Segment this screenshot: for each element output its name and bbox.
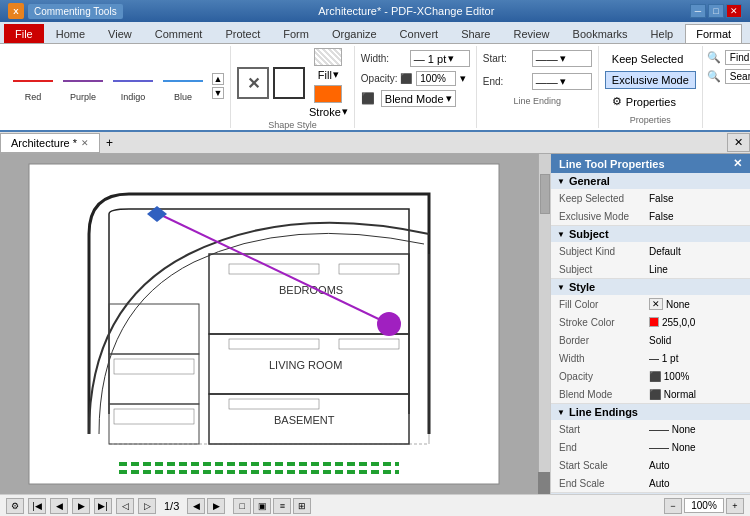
doc-area: BEDROOMS LIVING ROOM BASEMENT — [0, 154, 550, 494]
view-fit-button[interactable]: ⊞ — [293, 498, 311, 514]
properties-group: Keep Selected Exclusive Mode ⚙ Propertie… — [599, 46, 703, 128]
tab-protect[interactable]: Protect — [214, 24, 271, 43]
props-section-subject-header[interactable]: ▼ Subject — [551, 226, 750, 242]
blend-mode-dropdown[interactable]: Blend Mode ▾ — [381, 90, 456, 107]
start-props-row: Start —— None — [551, 420, 750, 438]
doc-tab-architecture[interactable]: Architecture * ✕ — [0, 133, 100, 153]
width-dropdown[interactable]: — 1 pt ▾ — [410, 50, 470, 67]
fill-color-swatch — [314, 48, 342, 66]
prev-arrow-button[interactable]: ◁ — [116, 498, 134, 514]
end-dropdown[interactable]: —— ▾ — [532, 73, 592, 90]
close-button[interactable]: ✕ — [726, 4, 742, 18]
tab-review[interactable]: Review — [502, 24, 560, 43]
subject-kind-key: Subject Kind — [559, 246, 649, 257]
exclusive-mode-row: Exclusive Mode False — [551, 207, 750, 225]
nav-back-button[interactable]: ◀ — [187, 498, 205, 514]
fill-color-dropdown[interactable]: ▾ — [333, 68, 339, 81]
tab-bookmarks[interactable]: Bookmarks — [562, 24, 639, 43]
view-single-button[interactable]: □ — [233, 498, 251, 514]
close-doc-button[interactable]: ✕ — [727, 133, 750, 152]
find-icon: 🔍 — [707, 51, 721, 64]
scrollbar-thumb[interactable] — [540, 174, 550, 214]
svg-point-25 — [377, 312, 401, 336]
tab-organize[interactable]: Organize — [321, 24, 388, 43]
vertical-scrollbar[interactable] — [538, 154, 550, 472]
start-scale-value: Auto — [649, 460, 670, 471]
line-swatch-indigo[interactable]: Indigo — [110, 68, 156, 105]
tab-help[interactable]: Help — [640, 24, 685, 43]
next-arrow-button[interactable]: ▷ — [138, 498, 156, 514]
view-double-button[interactable]: ▣ — [253, 498, 271, 514]
tab-convert[interactable]: Convert — [389, 24, 450, 43]
props-section-endings-header[interactable]: ▼ Line Endings — [551, 404, 750, 420]
last-page-button[interactable]: ▶| — [94, 498, 112, 514]
properties-button[interactable]: ⚙ Properties — [605, 92, 696, 111]
opacity-input[interactable] — [416, 71, 456, 86]
fill-color-x-btn[interactable]: ✕ — [649, 298, 663, 310]
props-section-subject: ▼ Subject Subject Kind Default Subject L… — [551, 226, 750, 279]
keep-selected-row: Keep Selected False — [551, 189, 750, 207]
line-swatches-content: Red Purple Indigo Blue ▲ — [10, 48, 224, 124]
tab-form[interactable]: Form — [272, 24, 320, 43]
exclusive-mode-button[interactable]: Exclusive Mode — [605, 71, 696, 89]
tab-file[interactable]: File — [4, 24, 44, 43]
nav-fwd-button[interactable]: ▶ — [207, 498, 225, 514]
doc-tab-close[interactable]: ✕ — [81, 138, 89, 148]
line-preview-indigo — [113, 71, 153, 91]
tab-home[interactable]: Home — [45, 24, 96, 43]
view-scroll-button[interactable]: ≡ — [273, 498, 291, 514]
tab-comment[interactable]: Comment — [144, 24, 214, 43]
shape-style-content: ✕ Fill ▾ Stroke ▾ — [237, 48, 348, 118]
props-section-general: ▼ General Keep Selected False Exclusive … — [551, 173, 750, 226]
app-icon: X — [8, 3, 24, 19]
exclusive-mode-label: Exclusive Mode — [612, 74, 689, 86]
width-props-row: Width — 1 pt — [551, 349, 750, 367]
tab-share[interactable]: Share — [450, 24, 501, 43]
search-input[interactable] — [725, 69, 750, 84]
start-dropdown[interactable]: —— ▾ — [532, 50, 592, 67]
end-value: —— — [536, 76, 558, 88]
fill-color-button[interactable]: Fill ▾ — [309, 48, 348, 81]
props-section-general-header[interactable]: ▼ General — [551, 173, 750, 189]
blend-mode-props-key: Blend Mode — [559, 389, 649, 400]
maximize-button[interactable]: □ — [708, 4, 724, 18]
line-swatch-blue[interactable]: Blue — [160, 68, 206, 105]
border-row: Border Solid — [551, 331, 750, 349]
new-tab-button[interactable]: + — [100, 133, 119, 153]
x-shape-button[interactable]: ✕ — [237, 67, 269, 99]
props-section-leader-header[interactable]: ▼ Leader — [551, 493, 750, 494]
props-section-line-endings: ▼ Line Endings Start —— None End —— None… — [551, 404, 750, 493]
zoom-in-button[interactable]: + — [726, 498, 744, 514]
width-dropdown-arrow[interactable]: ▾ — [448, 52, 454, 65]
zoom-input[interactable] — [684, 498, 724, 513]
stroke-color-button[interactable]: Stroke ▾ — [309, 85, 348, 118]
zoom-out-button[interactable]: − — [664, 498, 682, 514]
settings-button[interactable]: ⚙ — [6, 498, 24, 514]
prev-page-button[interactable]: ◀ — [50, 498, 68, 514]
first-page-button[interactable]: |◀ — [28, 498, 46, 514]
next-page-button[interactable]: ▶ — [72, 498, 90, 514]
find-input[interactable] — [725, 50, 750, 65]
view-buttons: □ ▣ ≡ ⊞ — [233, 498, 311, 514]
tab-format[interactable]: Format — [685, 24, 742, 43]
title-bar-controls[interactable]: ─ □ ✕ — [690, 4, 742, 18]
line-swatches-scroll-up[interactable]: ▲ — [212, 73, 224, 85]
props-panel-close[interactable]: ✕ — [733, 157, 742, 170]
line-swatches-scroll-down[interactable]: ▼ — [212, 87, 224, 99]
start-arrow[interactable]: ▾ — [560, 52, 566, 65]
end-props-row: End —— None — [551, 438, 750, 456]
opacity-dropdown-arrow[interactable]: ▾ — [460, 72, 466, 85]
line-swatch-purple[interactable]: Purple — [60, 68, 106, 105]
line-label-blue: Blue — [174, 92, 192, 102]
tab-view[interactable]: View — [97, 24, 143, 43]
blend-mode-arrow[interactable]: ▾ — [446, 92, 452, 105]
stroke-color-dropdown[interactable]: ▾ — [342, 105, 348, 118]
subject-kind-row: Subject Kind Default — [551, 242, 750, 260]
props-section-style-header[interactable]: ▼ Style — [551, 279, 750, 295]
rect-preview-button[interactable] — [273, 67, 305, 99]
keep-selected-button[interactable]: Keep Selected — [605, 50, 696, 68]
ribbon-tabs: File Home View Comment Protect Form Orga… — [0, 22, 750, 44]
minimize-button[interactable]: ─ — [690, 4, 706, 18]
line-swatch-red[interactable]: Red — [10, 68, 56, 105]
end-arrow[interactable]: ▾ — [560, 75, 566, 88]
